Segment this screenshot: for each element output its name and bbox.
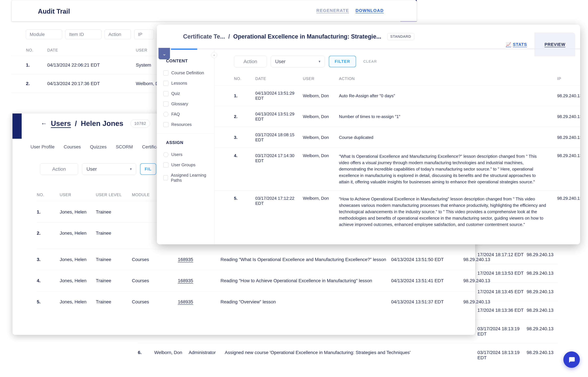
table-row[interactable]: 5. Jones, Helen Trainee Courses 168935 R… (37, 291, 490, 312)
cell-ip: 98.29.240.13 (557, 135, 580, 140)
filter-action[interactable]: Action (40, 163, 78, 175)
users-link[interactable]: Users (51, 119, 71, 128)
cell-user: Jones, Helen (60, 299, 96, 305)
sidebar-item-learning-paths[interactable]: Assigned Learning Paths (157, 170, 214, 186)
tab-quizzes[interactable]: Quizzes (90, 144, 107, 152)
cell-no: 2. (26, 81, 47, 86)
col-no: NO. (26, 48, 47, 52)
cell-action: "How to Achieve Operational Excellence i… (339, 196, 557, 228)
table-row[interactable]: 4. Jones, Helen Trainee Courses 168935 R… (37, 270, 490, 291)
cell-action: "What Is Operational Excellence and Manu… (339, 153, 557, 185)
cell-level: Trainee (96, 209, 132, 215)
cell-date: 04/13/2024 13:51:37 EDT (391, 299, 463, 305)
cell-ip: 98.29.240.13 (463, 299, 522, 305)
sidebar-item-course-definition[interactable]: Course Definition (157, 68, 214, 78)
collapse-toggle[interactable]: ⌄ (158, 48, 170, 59)
chevron-left-icon: ‹ (214, 53, 215, 57)
list-icon (163, 81, 168, 86)
sidebar-collapse[interactable]: ‹ (211, 52, 217, 58)
filter-action[interactable]: Action (234, 56, 267, 67)
download-link[interactable]: DOWNLOAD (356, 8, 384, 13)
sidebar-item-faq[interactable]: FAQ (157, 109, 214, 119)
filter-bar: Action User▾ FILTER CLEAR (214, 56, 580, 67)
cell-date: 03/17/2024 17:14:30 EDT (255, 153, 303, 163)
regenerate-link[interactable]: REGENERATE (316, 8, 349, 13)
active-tab-indicator (171, 48, 197, 50)
course-sidebar: ‹ CONTENT Course Definition Lessons Quiz… (157, 49, 214, 244)
cell-action: Reading "How to Achieve Operational Exce… (220, 278, 391, 283)
header-actions: REGENERATE DOWNLOAD (316, 8, 384, 13)
cell-ip: 98.29.240.13 (527, 326, 558, 337)
cell-user: Welborn, Don (303, 196, 339, 201)
cell-date: 03/17/2024 18:13:19 EDT (477, 326, 527, 337)
col-date: DATE (255, 76, 303, 81)
clear-button[interactable]: CLEAR (363, 59, 377, 64)
tab-user-profile[interactable]: User Profile (31, 144, 54, 152)
table-row[interactable]: 3. Jones, Helen Trainee Courses 168935 R… (37, 249, 490, 270)
filter-ip[interactable]: IP (134, 30, 154, 39)
filter-module[interactable]: Module (26, 30, 62, 39)
sidebar-item-quiz[interactable]: Quiz (157, 88, 214, 99)
table-row[interactable]: 1. 04/13/2024 22:06:21 EDT System (12, 56, 157, 74)
table-row[interactable]: 6. Welborn, Don Administrator Assigned n… (138, 343, 558, 367)
audit-trail-body: Module Item ID Action IP NO. DATE USER 1… (12, 21, 157, 108)
cell-no: 3. (234, 135, 255, 140)
cell-action: Reading "What Is Operational Excellence … (220, 257, 391, 262)
cell-level: Trainee (96, 231, 132, 241)
plan-badge: STANDARD (387, 33, 414, 40)
cell-item-link[interactable]: 168935 (178, 299, 220, 305)
cell-action: Course duplicated (339, 134, 557, 141)
cell-level: Trainee (96, 257, 132, 262)
filter-user[interactable]: User▾ (82, 163, 136, 175)
cell-no: 4. (37, 278, 60, 283)
cell-item-link[interactable]: 168935 (178, 278, 220, 283)
tab-scorm[interactable]: SCORM (116, 144, 133, 152)
table-row[interactable]: 4. 03/17/2024 17:14:30 EDT Welborn, Don … (214, 148, 580, 190)
cell-user: Welborn, Don (303, 93, 339, 98)
cell-level: Administrator (189, 350, 225, 360)
cell-user: Welborn, Don (154, 350, 189, 360)
cell-module: Courses (132, 257, 178, 262)
course-main: Action User▾ FILTER CLEAR NO. DATE USER … (214, 49, 580, 244)
tab-courses[interactable]: Courses (64, 144, 81, 152)
section-assign: ASSIGN (157, 138, 214, 149)
cell-ip: 98.29.240.13 (527, 308, 558, 313)
filter-button[interactable]: FIL (140, 163, 156, 175)
link-icon (163, 122, 168, 127)
back-arrow-icon[interactable]: ← (41, 120, 47, 127)
page-title: Audit Trail (38, 8, 70, 15)
cell-ip: 98.29.240.13 (527, 289, 558, 294)
table-head: NO. DATE USER (12, 39, 157, 56)
col-no: NO. (234, 76, 255, 81)
filter-user[interactable]: User▾ (271, 56, 325, 67)
book-icon (163, 102, 168, 106)
cell-action: Reading "Overview" lesson (220, 299, 391, 305)
filter-button[interactable]: FILTER (329, 56, 356, 67)
chevron-down-icon: ▾ (130, 167, 132, 171)
table-row[interactable]: 2. 04/13/2024 20:17:36 EDT Welborn, Don (12, 74, 157, 93)
col-user: USER (303, 76, 339, 81)
sidebar-item-resources[interactable]: Resources (157, 119, 214, 130)
table-row[interactable]: 5. 03/17/2024 17:12:22 EDT Welborn, Don … (214, 190, 580, 233)
sidebar-item-glossary[interactable]: Glossary (157, 99, 214, 109)
filter-action[interactable]: Action (105, 30, 131, 39)
cell-item-link[interactable]: 168935 (178, 257, 220, 262)
col-user: USER (60, 192, 96, 197)
cell-ip: 98.29.240.13 (557, 93, 580, 98)
crumb-prefix[interactable]: Certificate Te... (183, 33, 225, 40)
sidebar-item-lessons[interactable]: Lessons (157, 78, 214, 88)
cell-action: Assigned new course 'Operational Excelle… (225, 350, 477, 360)
chevron-down-icon: ⌄ (162, 51, 166, 57)
stats-link[interactable]: 📈 STATS (506, 42, 527, 47)
sidebar-item-user-groups[interactable]: User Groups (157, 160, 214, 170)
table-row[interactable]: 1. 04/13/2024 13:51:29 EDT Welborn, Don … (214, 85, 580, 106)
col-date: DATE (47, 48, 136, 52)
cell-no: 2. (37, 231, 60, 241)
sidebar-item-users[interactable]: Users (157, 149, 214, 160)
audit-trail-header: Audit Trail REGENERATE DOWNLOAD (12, 0, 417, 21)
chat-button[interactable] (564, 352, 580, 368)
filter-bar: Action User▾ FIL (40, 163, 156, 175)
table-row[interactable]: 3. 03/17/2024 18:08:15 EDT Welborn, Don … (214, 127, 580, 148)
filter-item-id[interactable]: Item ID (65, 30, 101, 39)
table-row[interactable]: 2. 04/13/2024 13:51:29 EDT Welborn, Don … (214, 106, 580, 127)
